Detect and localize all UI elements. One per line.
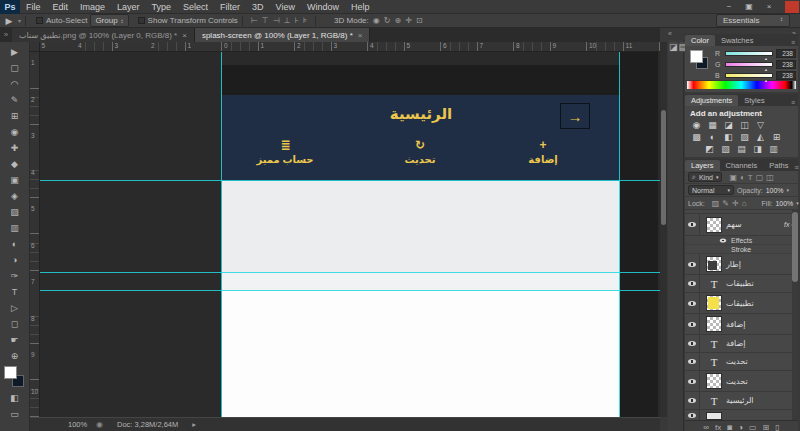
levels-icon[interactable]: ▦ (707, 120, 718, 130)
layer-thumbnail[interactable] (706, 316, 722, 332)
text-layer-icon[interactable]: T (706, 338, 722, 350)
visibility-toggle[interactable] (685, 371, 700, 391)
channel-mixer-icon[interactable]: ◭ (755, 132, 766, 142)
tab-layers[interactable]: Layers (685, 160, 720, 171)
menu-image[interactable]: Image (74, 0, 111, 14)
blue-value-field[interactable]: 238 (776, 71, 796, 80)
text-layer-icon[interactable]: T (706, 278, 722, 290)
3d-pan-icon[interactable]: ⊕ (394, 16, 401, 25)
green-value-field[interactable]: 238 (776, 60, 796, 69)
brightness-contrast-icon[interactable]: ◉ (691, 120, 702, 130)
new-group-icon[interactable]: ▭ (749, 423, 757, 431)
layer-row-update-shape[interactable]: تحديث (685, 371, 798, 392)
canvas-viewport[interactable]: الرئيسية → + إضافة ↻ تحديث ≣ حساب مميز (40, 52, 660, 417)
vertical-scrollbar[interactable] (660, 42, 667, 417)
tab-close-icon[interactable]: × (182, 31, 187, 40)
vibrance-icon[interactable]: ▽ (755, 120, 766, 130)
eyedropper-tool[interactable]: ◉ (3, 124, 27, 140)
layer-row-arrow[interactable]: سهم fx ▾ (685, 214, 798, 236)
hue-saturation-icon[interactable]: ▩ (691, 132, 702, 142)
zoom-tool[interactable]: ⊕ (3, 348, 27, 364)
visibility-toggle[interactable] (685, 275, 700, 292)
healing-brush-tool[interactable]: ✚ (3, 140, 27, 156)
align-right-edges-icon[interactable]: ⊣ (273, 16, 280, 25)
h-ruler[interactable]: 543210123456789101112 (40, 42, 660, 52)
tab-document-1[interactable]: تطبيق سناب.png @ 100% (Layer 0, RGB/8) *… (12, 28, 195, 42)
menu-3d[interactable]: 3D (246, 0, 270, 14)
chevron-down-icon[interactable]: ▾ (796, 200, 799, 206)
blue-slider[interactable]: ▲ (725, 73, 773, 78)
chevron-down-icon[interactable]: ▾ (787, 187, 790, 193)
add-layer-mask-icon[interactable]: ◙ (727, 423, 732, 431)
collapsed-history-panel-icon[interactable]: ◪ (669, 42, 678, 52)
quick-mask-icon[interactable]: ◧ (3, 390, 27, 406)
type-tool[interactable]: T (3, 284, 27, 300)
pen-tool[interactable]: ✑ (3, 268, 27, 284)
menu-view[interactable]: View (270, 0, 301, 14)
filter-kind-dropdown[interactable]: ⌕ Kind ▾ (688, 172, 722, 182)
layer-stroke-row[interactable]: Stroke (685, 245, 798, 254)
close-button[interactable]: × (759, 0, 779, 14)
tab-overflow-icon[interactable]: » (0, 28, 12, 42)
opacity-value[interactable]: 100% (766, 187, 784, 194)
restore-button[interactable]: ▣ (739, 0, 759, 14)
visibility-toggle[interactable] (685, 353, 700, 370)
menu-select[interactable]: Select (177, 0, 214, 14)
app-close-red-button[interactable] (785, 1, 799, 13)
align-bottom-edges-icon[interactable]: ⊧ (303, 16, 307, 25)
brush-tool[interactable]: ◆ (3, 156, 27, 172)
foreground-color-swatch[interactable] (4, 366, 17, 379)
filter-type-icon[interactable]: T (748, 173, 753, 182)
layer-thumbnail[interactable] (706, 412, 722, 420)
panel-menu-icon[interactable]: ≡ (794, 164, 800, 171)
text-layer-icon[interactable]: T (706, 395, 722, 407)
menu-window[interactable]: Window (301, 0, 345, 14)
history-brush-tool[interactable]: ◈ (3, 188, 27, 204)
eraser-tool[interactable]: ▨ (3, 204, 27, 220)
tab-channels[interactable]: Channels (720, 160, 764, 171)
layer-thumbnail[interactable] (706, 373, 722, 389)
crop-tool[interactable]: ⊞ (3, 108, 27, 124)
panel-foreground-swatch[interactable] (690, 50, 703, 63)
lock-transparency-icon[interactable]: ▨ (712, 199, 720, 208)
link-layers-icon[interactable]: ∞ (703, 423, 709, 431)
tool-preset-chevron-icon[interactable]: ▾ (18, 17, 21, 24)
visibility-toggle[interactable] (685, 392, 700, 409)
visibility-toggle[interactable] (685, 214, 700, 235)
menu-edit[interactable]: Edit (47, 0, 75, 14)
tab-document-2[interactable]: splash-screen @ 100% (Layer 1, RGB/8) * … (195, 28, 371, 42)
lasso-tool[interactable]: ◠ (3, 76, 27, 92)
new-adjustment-layer-icon[interactable]: ◑ (738, 423, 743, 431)
color-spectrum-ramp[interactable] (687, 81, 796, 89)
visibility-toggle[interactable] (685, 335, 700, 352)
shape-tool[interactable]: ◻ (3, 316, 27, 332)
photo-filter-icon[interactable]: ▨ (739, 132, 750, 142)
auto-select-checkbox[interactable] (36, 17, 43, 24)
filter-pixel-icon[interactable]: ▣ (729, 173, 737, 182)
tab-close-icon[interactable]: × (358, 31, 363, 40)
layer-thumbnail[interactable] (706, 217, 722, 233)
clone-stamp-tool[interactable]: ▣ (3, 172, 27, 188)
eye-icon[interactable] (720, 238, 726, 242)
menu-layer[interactable]: Layer (111, 0, 146, 14)
red-slider[interactable]: ▲ (725, 51, 773, 56)
posterize-icon[interactable]: ▧ (720, 144, 731, 154)
selective-color-icon[interactable]: ◨ (752, 144, 763, 154)
layer-row-frame[interactable]: إطار (685, 254, 798, 275)
layer-row-partial-bottom[interactable] (685, 410, 798, 420)
panel-menu-icon[interactable]: ≡ (791, 39, 798, 46)
color-lookup-icon[interactable]: ⊞ (771, 132, 782, 142)
marquee-tool[interactable]: ▢ (3, 60, 27, 76)
tab-adjustments[interactable]: Adjustments (685, 95, 738, 106)
tab-swatches[interactable]: Swatches (715, 35, 760, 46)
auto-select-mode-dropdown[interactable]: Group ↕ (90, 14, 128, 27)
layer-row-update-text[interactable]: T تحديث (685, 353, 798, 371)
zoom-level-field[interactable]: 100% (68, 420, 96, 429)
blend-mode-dropdown[interactable]: Normal ▾ (688, 185, 734, 195)
layer-row-home-text[interactable]: T الرئيسية (685, 392, 798, 410)
gradient-tool[interactable]: ▥ (3, 220, 27, 236)
align-vertical-centers-icon[interactable]: ⊤ (262, 16, 269, 25)
filter-shape-icon[interactable]: ▢ (756, 173, 764, 182)
3d-roll-icon[interactable]: ↻ (384, 16, 391, 25)
layer-row-apps-shape[interactable]: تطبيقات (685, 293, 798, 314)
